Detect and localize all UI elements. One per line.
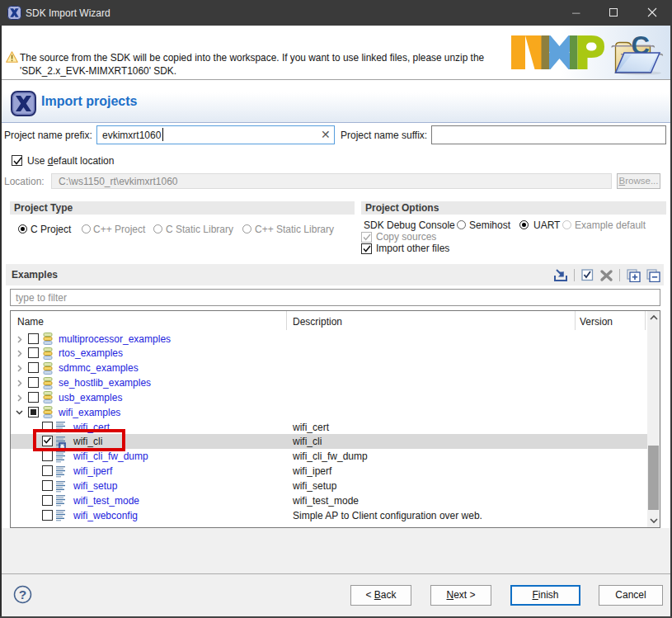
svg-text:?: ? [19,587,26,601]
